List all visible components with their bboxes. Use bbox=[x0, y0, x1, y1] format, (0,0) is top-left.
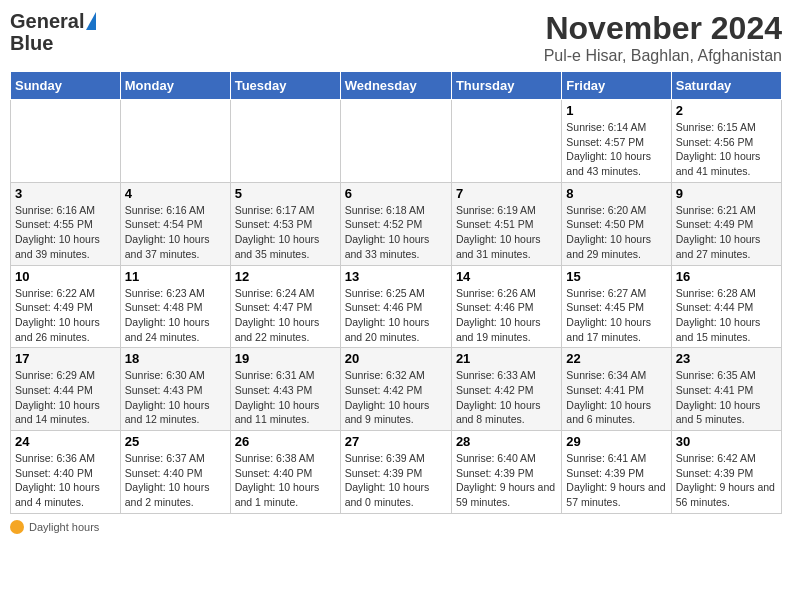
weekday-header-thursday: Thursday bbox=[451, 72, 561, 100]
daylight-label: Daylight hours bbox=[29, 521, 99, 533]
day-info: Sunrise: 6:21 AM Sunset: 4:49 PM Dayligh… bbox=[676, 203, 777, 262]
calendar-cell: 2Sunrise: 6:15 AM Sunset: 4:56 PM Daylig… bbox=[671, 100, 781, 183]
day-number: 12 bbox=[235, 269, 336, 284]
logo-triangle-icon bbox=[86, 12, 96, 30]
sun-icon bbox=[10, 520, 24, 534]
day-number: 18 bbox=[125, 351, 226, 366]
day-number: 7 bbox=[456, 186, 557, 201]
day-info: Sunrise: 6:36 AM Sunset: 4:40 PM Dayligh… bbox=[15, 451, 116, 510]
calendar-cell bbox=[11, 100, 121, 183]
location-title: Pul-e Hisar, Baghlan, Afghanistan bbox=[544, 47, 782, 65]
weekday-header-tuesday: Tuesday bbox=[230, 72, 340, 100]
calendar-cell: 11Sunrise: 6:23 AM Sunset: 4:48 PM Dayli… bbox=[120, 265, 230, 348]
day-number: 14 bbox=[456, 269, 557, 284]
month-title: November 2024 bbox=[544, 10, 782, 47]
day-info: Sunrise: 6:17 AM Sunset: 4:53 PM Dayligh… bbox=[235, 203, 336, 262]
day-info: Sunrise: 6:23 AM Sunset: 4:48 PM Dayligh… bbox=[125, 286, 226, 345]
calendar-cell: 8Sunrise: 6:20 AM Sunset: 4:50 PM Daylig… bbox=[562, 182, 671, 265]
day-number: 13 bbox=[345, 269, 447, 284]
day-info: Sunrise: 6:25 AM Sunset: 4:46 PM Dayligh… bbox=[345, 286, 447, 345]
day-number: 20 bbox=[345, 351, 447, 366]
day-info: Sunrise: 6:42 AM Sunset: 4:39 PM Dayligh… bbox=[676, 451, 777, 510]
calendar-cell: 16Sunrise: 6:28 AM Sunset: 4:44 PM Dayli… bbox=[671, 265, 781, 348]
day-info: Sunrise: 6:29 AM Sunset: 4:44 PM Dayligh… bbox=[15, 368, 116, 427]
calendar-cell: 9Sunrise: 6:21 AM Sunset: 4:49 PM Daylig… bbox=[671, 182, 781, 265]
calendar-cell: 15Sunrise: 6:27 AM Sunset: 4:45 PM Dayli… bbox=[562, 265, 671, 348]
calendar-cell: 21Sunrise: 6:33 AM Sunset: 4:42 PM Dayli… bbox=[451, 348, 561, 431]
calendar-cell: 20Sunrise: 6:32 AM Sunset: 4:42 PM Dayli… bbox=[340, 348, 451, 431]
calendar-cell: 29Sunrise: 6:41 AM Sunset: 4:39 PM Dayli… bbox=[562, 431, 671, 514]
calendar-cell: 12Sunrise: 6:24 AM Sunset: 4:47 PM Dayli… bbox=[230, 265, 340, 348]
day-number: 25 bbox=[125, 434, 226, 449]
day-number: 8 bbox=[566, 186, 666, 201]
calendar-cell: 28Sunrise: 6:40 AM Sunset: 4:39 PM Dayli… bbox=[451, 431, 561, 514]
day-number: 10 bbox=[15, 269, 116, 284]
calendar-cell: 18Sunrise: 6:30 AM Sunset: 4:43 PM Dayli… bbox=[120, 348, 230, 431]
day-info: Sunrise: 6:20 AM Sunset: 4:50 PM Dayligh… bbox=[566, 203, 666, 262]
day-number: 1 bbox=[566, 103, 666, 118]
calendar-cell: 27Sunrise: 6:39 AM Sunset: 4:39 PM Dayli… bbox=[340, 431, 451, 514]
title-block: November 2024 Pul-e Hisar, Baghlan, Afgh… bbox=[544, 10, 782, 65]
logo-general: General bbox=[10, 10, 84, 32]
day-number: 27 bbox=[345, 434, 447, 449]
day-info: Sunrise: 6:33 AM Sunset: 4:42 PM Dayligh… bbox=[456, 368, 557, 427]
logo: General Blue bbox=[10, 10, 96, 54]
day-number: 26 bbox=[235, 434, 336, 449]
calendar-cell: 13Sunrise: 6:25 AM Sunset: 4:46 PM Dayli… bbox=[340, 265, 451, 348]
day-info: Sunrise: 6:32 AM Sunset: 4:42 PM Dayligh… bbox=[345, 368, 447, 427]
day-info: Sunrise: 6:16 AM Sunset: 4:55 PM Dayligh… bbox=[15, 203, 116, 262]
calendar-cell: 25Sunrise: 6:37 AM Sunset: 4:40 PM Dayli… bbox=[120, 431, 230, 514]
day-number: 9 bbox=[676, 186, 777, 201]
day-number: 11 bbox=[125, 269, 226, 284]
calendar-cell bbox=[451, 100, 561, 183]
day-number: 30 bbox=[676, 434, 777, 449]
day-number: 28 bbox=[456, 434, 557, 449]
day-number: 22 bbox=[566, 351, 666, 366]
day-info: Sunrise: 6:31 AM Sunset: 4:43 PM Dayligh… bbox=[235, 368, 336, 427]
day-info: Sunrise: 6:24 AM Sunset: 4:47 PM Dayligh… bbox=[235, 286, 336, 345]
day-info: Sunrise: 6:34 AM Sunset: 4:41 PM Dayligh… bbox=[566, 368, 666, 427]
day-number: 3 bbox=[15, 186, 116, 201]
day-number: 17 bbox=[15, 351, 116, 366]
calendar-cell: 6Sunrise: 6:18 AM Sunset: 4:52 PM Daylig… bbox=[340, 182, 451, 265]
calendar-cell: 4Sunrise: 6:16 AM Sunset: 4:54 PM Daylig… bbox=[120, 182, 230, 265]
calendar-cell: 19Sunrise: 6:31 AM Sunset: 4:43 PM Dayli… bbox=[230, 348, 340, 431]
calendar-cell: 24Sunrise: 6:36 AM Sunset: 4:40 PM Dayli… bbox=[11, 431, 121, 514]
day-info: Sunrise: 6:15 AM Sunset: 4:56 PM Dayligh… bbox=[676, 120, 777, 179]
calendar-cell: 3Sunrise: 6:16 AM Sunset: 4:55 PM Daylig… bbox=[11, 182, 121, 265]
footer-note: Daylight hours bbox=[10, 520, 782, 534]
calendar-cell: 5Sunrise: 6:17 AM Sunset: 4:53 PM Daylig… bbox=[230, 182, 340, 265]
day-info: Sunrise: 6:16 AM Sunset: 4:54 PM Dayligh… bbox=[125, 203, 226, 262]
day-info: Sunrise: 6:40 AM Sunset: 4:39 PM Dayligh… bbox=[456, 451, 557, 510]
day-number: 24 bbox=[15, 434, 116, 449]
day-info: Sunrise: 6:18 AM Sunset: 4:52 PM Dayligh… bbox=[345, 203, 447, 262]
calendar-cell: 1Sunrise: 6:14 AM Sunset: 4:57 PM Daylig… bbox=[562, 100, 671, 183]
day-info: Sunrise: 6:14 AM Sunset: 4:57 PM Dayligh… bbox=[566, 120, 666, 179]
day-info: Sunrise: 6:22 AM Sunset: 4:49 PM Dayligh… bbox=[15, 286, 116, 345]
day-info: Sunrise: 6:19 AM Sunset: 4:51 PM Dayligh… bbox=[456, 203, 557, 262]
day-number: 4 bbox=[125, 186, 226, 201]
day-number: 6 bbox=[345, 186, 447, 201]
day-number: 19 bbox=[235, 351, 336, 366]
page-header: General Blue November 2024 Pul-e Hisar, … bbox=[10, 10, 782, 65]
day-info: Sunrise: 6:39 AM Sunset: 4:39 PM Dayligh… bbox=[345, 451, 447, 510]
calendar-cell: 26Sunrise: 6:38 AM Sunset: 4:40 PM Dayli… bbox=[230, 431, 340, 514]
day-info: Sunrise: 6:41 AM Sunset: 4:39 PM Dayligh… bbox=[566, 451, 666, 510]
day-info: Sunrise: 6:30 AM Sunset: 4:43 PM Dayligh… bbox=[125, 368, 226, 427]
day-info: Sunrise: 6:38 AM Sunset: 4:40 PM Dayligh… bbox=[235, 451, 336, 510]
day-info: Sunrise: 6:37 AM Sunset: 4:40 PM Dayligh… bbox=[125, 451, 226, 510]
weekday-header-sunday: Sunday bbox=[11, 72, 121, 100]
weekday-header-saturday: Saturday bbox=[671, 72, 781, 100]
calendar-cell: 10Sunrise: 6:22 AM Sunset: 4:49 PM Dayli… bbox=[11, 265, 121, 348]
calendar-cell: 17Sunrise: 6:29 AM Sunset: 4:44 PM Dayli… bbox=[11, 348, 121, 431]
day-number: 2 bbox=[676, 103, 777, 118]
day-info: Sunrise: 6:27 AM Sunset: 4:45 PM Dayligh… bbox=[566, 286, 666, 345]
day-number: 21 bbox=[456, 351, 557, 366]
calendar-cell: 30Sunrise: 6:42 AM Sunset: 4:39 PM Dayli… bbox=[671, 431, 781, 514]
day-number: 15 bbox=[566, 269, 666, 284]
calendar-cell: 22Sunrise: 6:34 AM Sunset: 4:41 PM Dayli… bbox=[562, 348, 671, 431]
day-number: 23 bbox=[676, 351, 777, 366]
calendar-cell bbox=[230, 100, 340, 183]
calendar-cell: 23Sunrise: 6:35 AM Sunset: 4:41 PM Dayli… bbox=[671, 348, 781, 431]
logo-blue: Blue bbox=[10, 32, 53, 54]
